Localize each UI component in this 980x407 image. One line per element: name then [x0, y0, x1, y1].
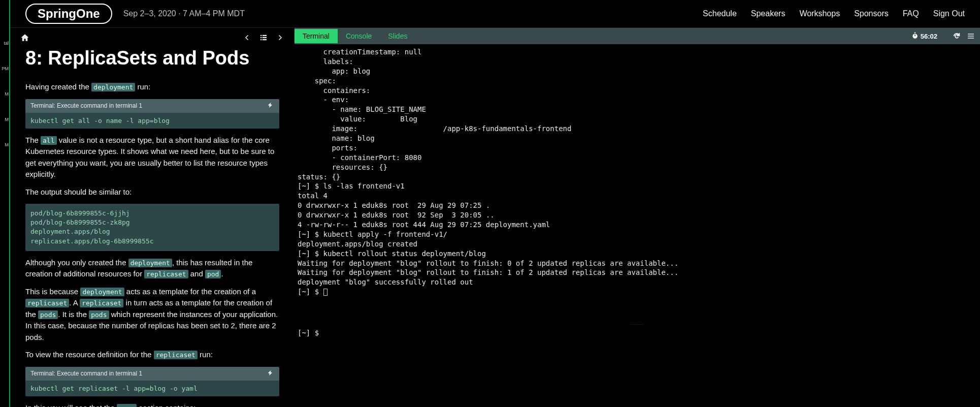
svg-rect-7: [914, 32, 916, 33]
refresh-icon[interactable]: [953, 32, 961, 40]
text: Having created the: [25, 82, 91, 91]
strip-label: tal: [0, 41, 9, 46]
paragraph: This is because deployment acts as a tem…: [10, 283, 295, 347]
inline-code: pods: [38, 310, 58, 319]
text: Although you only created the: [25, 258, 128, 267]
logo[interactable]: SpringOne: [25, 4, 112, 24]
inline-code: deployment: [128, 259, 172, 267]
list-icon[interactable]: [259, 33, 268, 42]
inline-code: all: [41, 136, 56, 145]
svg-rect-11: [968, 38, 974, 38]
tab-terminal[interactable]: Terminal: [295, 29, 338, 43]
terminal-output-2[interactable]: [~] $: [295, 326, 980, 407]
event-time: Sep 2–3, 2020 · 7 AM–4 PM MDT: [123, 9, 245, 18]
next-arrow-icon[interactable]: [275, 33, 284, 42]
text: . A: [69, 298, 80, 307]
instructions-panel: 8: ReplicaSets and Pods Having created t…: [10, 28, 295, 407]
timer-value: 56:02: [921, 33, 937, 40]
text: The: [25, 136, 41, 144]
text: . It is the: [58, 310, 89, 319]
command-header: Terminal: Execute command in terminal 1: [25, 367, 279, 381]
paragraph: To view the resource definition for the …: [10, 346, 295, 364]
cursor: [323, 289, 328, 296]
strip-label: M: [0, 142, 9, 147]
inline-code: replicaset: [154, 351, 198, 359]
tab-console[interactable]: Console: [338, 29, 380, 43]
stopwatch-icon: [911, 32, 919, 41]
home-icon[interactable]: [20, 33, 29, 42]
text: acts as a template for the creation of a: [124, 287, 256, 296]
inline-code: pod: [205, 270, 221, 278]
text: and: [188, 269, 205, 278]
command-block[interactable]: Terminal: Execute command in terminal 1 …: [25, 99, 279, 129]
svg-rect-1: [263, 35, 267, 36]
svg-rect-4: [260, 39, 262, 40]
nav-faq[interactable]: FAQ: [903, 9, 919, 18]
terminal-panel: Terminal Console Slides 56:02 crea: [295, 28, 980, 407]
command-header-label: Terminal: Execute command in terminal 1: [30, 102, 142, 109]
text: run:: [135, 82, 150, 91]
svg-rect-2: [260, 37, 262, 38]
inline-code: replicaset: [25, 299, 69, 307]
svg-rect-9: [968, 34, 974, 34]
strip-label: M: [0, 117, 9, 122]
command-text[interactable]: kubectl get replicaset -l app=blog -o ya…: [25, 381, 279, 396]
page-title: 8: ReplicaSets and Pods: [10, 44, 295, 78]
text: To view the resource definition for the: [25, 350, 154, 359]
paragraph: The output should be similar to:: [10, 183, 295, 201]
command-text[interactable]: kubectl get all -o name -l app=blog: [25, 113, 279, 129]
terminal-output-1[interactable]: creationTimestamp: null labels: app: blo…: [295, 44, 980, 323]
inline-code: replicaset: [80, 299, 123, 307]
output-block: pod/blog-6b8999855c-6jjhj pod/blog-6b899…: [25, 204, 279, 251]
strip-label: PM: [0, 66, 9, 71]
inline-code: spec: [117, 404, 137, 407]
top-nav: Schedule Speakers Workshops Sponsors FAQ…: [703, 9, 965, 18]
paragraph: Although you only created the deployment…: [10, 254, 295, 283]
inline-code: deployment: [91, 83, 135, 91]
prev-arrow-icon[interactable]: [243, 33, 252, 42]
nav-workshops[interactable]: Workshops: [799, 9, 840, 18]
command-header: Terminal: Execute command in terminal 1: [25, 99, 279, 113]
nav-schedule[interactable]: Schedule: [703, 9, 737, 18]
run-icon[interactable]: [267, 102, 274, 110]
site-header: SpringOne Sep 2–3, 2020 · 7 AM–4 PM MDT …: [10, 0, 980, 28]
menu-icon[interactable]: [967, 32, 975, 40]
nav-sponsors[interactable]: Sponsors: [854, 9, 889, 18]
svg-rect-5: [263, 39, 267, 40]
instructions-toolbar: [10, 28, 295, 44]
run-icon[interactable]: [267, 369, 274, 378]
text: .: [221, 269, 223, 278]
inline-code: replicaset: [144, 270, 188, 278]
text: section contains:: [137, 403, 195, 407]
svg-rect-8: [914, 34, 915, 36]
text: run:: [198, 350, 213, 359]
inline-code: pods: [89, 310, 109, 319]
strip-label: M: [0, 91, 9, 97]
svg-rect-0: [260, 35, 262, 36]
inline-code: deployment: [80, 288, 124, 296]
terminal-prompt: [~] $: [298, 329, 323, 337]
text: This is because: [25, 287, 80, 296]
tab-slides[interactable]: Slides: [380, 29, 415, 43]
paragraph: Having created the deployment run:: [10, 78, 295, 96]
paragraph: In this you will see that the spec secti…: [10, 399, 295, 407]
command-header-label: Terminal: Execute command in terminal 1: [30, 370, 142, 377]
command-block[interactable]: Terminal: Execute command in terminal 1 …: [25, 367, 279, 396]
paragraph: The all value is not a resource type, bu…: [10, 132, 295, 183]
nav-speakers[interactable]: Speakers: [751, 9, 786, 18]
svg-rect-10: [968, 36, 974, 36]
svg-rect-3: [263, 37, 267, 38]
timeline-strip: tal PM M M M: [0, 0, 10, 407]
timer: 56:02: [911, 32, 937, 41]
nav-signout[interactable]: Sign Out: [933, 9, 965, 18]
text: value is not a resource type, but a shor…: [25, 136, 274, 179]
terminal-text: creationTimestamp: null labels: app: blo…: [298, 48, 678, 296]
text: In this you will see that the: [25, 403, 117, 407]
tabs-bar: Terminal Console Slides 56:02: [295, 28, 980, 44]
